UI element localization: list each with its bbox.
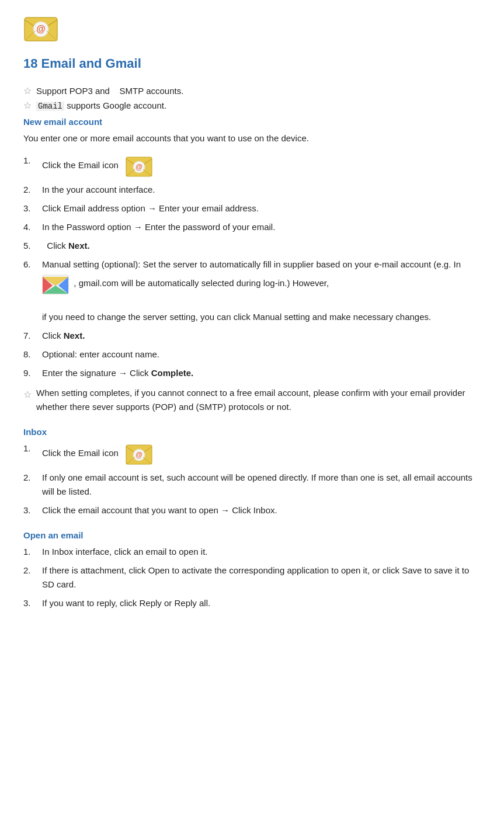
svg-text:@: @: [136, 451, 143, 459]
star-icon-2: ☆: [23, 100, 32, 111]
step-num-9: 9.: [23, 366, 42, 380]
step-inbox-1: 1. Click the Email icon @: [23, 441, 481, 466]
svg-text:@: @: [136, 163, 143, 171]
inbox-step-num-3: 3.: [23, 503, 42, 517]
email-icon-inbox: @: [126, 441, 152, 466]
step-new-2: 2. In the your account interface.: [23, 183, 481, 197]
step-new-7: 7. Click Next.: [23, 329, 481, 343]
step-content-1: Click the Email icon @: [42, 154, 481, 178]
step-content-7: Click Next.: [42, 329, 481, 343]
feature-item-gmail: ☆ Gmail supports Google account.: [23, 100, 481, 111]
svg-text:@: @: [36, 24, 46, 34]
inbox-section-title: Inbox: [23, 427, 481, 437]
step-open-3: 3. If you want to reply, click Reply or …: [23, 596, 481, 610]
step-num-5: 5.: [23, 239, 42, 253]
step-new-8: 8. Optional: enter account name.: [23, 347, 481, 361]
step-new-3: 3. Click Email address option → Enter yo…: [23, 201, 481, 215]
step-content-3: Click Email address option → Enter your …: [42, 201, 481, 215]
inbox-step-num-2: 2.: [23, 471, 42, 485]
open-step-content-2: If there is attachment, click Open to ac…: [42, 564, 481, 592]
step-content-4: In the Password option → Enter the passw…: [42, 220, 481, 234]
open-step-num-1: 1.: [23, 545, 42, 559]
open-step-num-3: 3.: [23, 596, 42, 610]
step-content-2: In the your account interface.: [42, 183, 481, 197]
inbox-section: Inbox 1. Click the Email icon @ 2. If on…: [23, 427, 481, 517]
inbox-steps: 1. Click the Email icon @ 2. If only one…: [23, 441, 481, 517]
gmail-code: Gmail: [36, 102, 64, 111]
step-new-9: 9. Enter the signature → Click Complete.: [23, 366, 481, 380]
new-email-note: ☆ When setting completes, if you cannot …: [23, 386, 481, 414]
step-open-1: 1. In Inbox interface, click an email to…: [23, 545, 481, 559]
bold-next-7: Next.: [64, 331, 85, 340]
new-email-note-text: When setting completes, if you cannot co…: [36, 386, 481, 414]
step-num-7: 7.: [23, 329, 42, 343]
inbox-step-content-3: Click the email account that you want to…: [42, 503, 481, 517]
email-icon-step1: @: [126, 154, 152, 178]
step-new-4: 4. In the Password option → Enter the pa…: [23, 220, 481, 234]
new-email-intro: You enter one or more email accounts tha…: [23, 131, 481, 145]
step-content-8: Optional: enter account name.: [42, 347, 481, 361]
step-num-3: 3.: [23, 201, 42, 215]
step-num-1: 1.: [23, 154, 42, 168]
open-step-content-3: If you want to reply, click Reply or Rep…: [42, 596, 481, 610]
step-num-4: 4.: [23, 220, 42, 234]
bold-next-5: Next.: [68, 241, 90, 251]
step-new-1: 1. Click the Email icon @: [23, 154, 481, 178]
step-content-6: Manual setting (optional): Set the serve…: [42, 258, 481, 324]
inbox-step-content-1: Click the Email icon @: [42, 441, 481, 466]
feature-text-gmail: Gmail supports Google account.: [36, 100, 166, 111]
step-open-2: 2. If there is attachment, click Open to…: [23, 564, 481, 592]
chapter-title: 18 Email and Gmail: [23, 56, 481, 71]
email-header-icon: @: [23, 12, 58, 44]
step-new-6: 6. Manual setting (optional): Set the se…: [23, 258, 481, 324]
step-content-9: Enter the signature → Click Complete.: [42, 366, 481, 380]
open-email-section-title: Open an email: [23, 530, 481, 540]
open-step-num-2: 2.: [23, 564, 42, 578]
star-icon-1: ☆: [23, 85, 32, 96]
inbox-step-num-1: 1.: [23, 441, 42, 455]
bold-complete: Complete.: [151, 368, 194, 378]
step-new-5: 5. Click Next.: [23, 239, 481, 253]
feature-text-pop3: Support POP3 and SMTP accounts.: [36, 86, 183, 96]
step-inbox-2: 2. If only one email account is set, suc…: [23, 471, 481, 499]
open-step-content-1: In Inbox interface, click an email to op…: [42, 545, 481, 559]
step-num-6: 6.: [23, 258, 42, 272]
gmail-icon-step6: [42, 272, 69, 296]
feature-item-pop3: ☆ Support POP3 and SMTP accounts.: [23, 85, 481, 96]
new-email-section-title: New email account: [23, 117, 481, 127]
step-inbox-3: 3. Click the email account that you want…: [23, 503, 481, 517]
inbox-step-content-2: If only one email account is set, such a…: [42, 471, 481, 499]
open-email-steps: 1. In Inbox interface, click an email to…: [23, 545, 481, 610]
step-num-2: 2.: [23, 183, 42, 197]
star-icon-note1: ☆: [23, 387, 32, 402]
open-email-section: Open an email 1. In Inbox interface, cli…: [23, 530, 481, 610]
step-content-5: Click Next.: [42, 239, 481, 253]
new-email-steps: 1. Click the Email icon @ 2. In the your…: [23, 154, 481, 380]
header-icon-container: @: [23, 12, 481, 56]
step-num-8: 8.: [23, 347, 42, 361]
feature-list: ☆ Support POP3 and SMTP accounts. ☆ Gmai…: [23, 85, 481, 111]
